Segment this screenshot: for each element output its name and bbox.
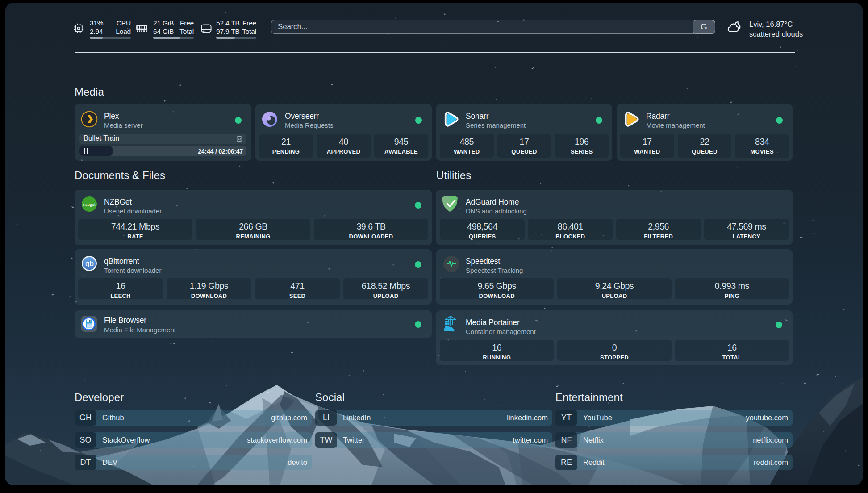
svg-text:nzbget: nzbget [83, 202, 96, 207]
svg-text:qb: qb [85, 259, 94, 268]
